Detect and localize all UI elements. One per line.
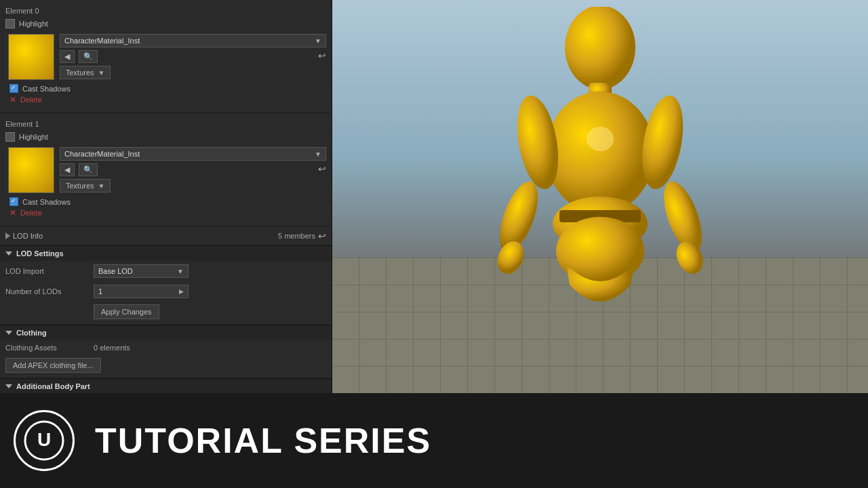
num-lods-input[interactable]: 1 ▶ <box>94 285 189 298</box>
element-1-highlight-row: Highlight <box>0 131 332 143</box>
element-0-delete-row: ✕ Delete <box>9 95 326 104</box>
element-1-material-actions: ◀ 🔍 ↩ <box>60 163 326 176</box>
element-1-delete-icon: ✕ <box>9 208 16 218</box>
element-0-material-right: CharacterMaterial_Inst ▼ ◀ 🔍 ↩ Textures … <box>60 34 326 79</box>
num-lods-row: Number of LODs 1 ▶ <box>0 281 332 302</box>
element-0-delete-icon: ✕ <box>9 95 16 104</box>
element-1-header: Element 1 <box>0 117 332 131</box>
element-0-highlight-text: Highlight <box>19 20 48 28</box>
element-1-material-thumb <box>8 147 54 193</box>
banner-title: TUTORIAL SERIES <box>95 420 431 461</box>
lod-import-arrow-icon: ▼ <box>177 268 184 275</box>
svg-point-9 <box>671 237 708 279</box>
character-figure <box>471 7 729 359</box>
element-1-textures-btn[interactable]: Textures ▼ <box>60 179 111 192</box>
additional-body-header[interactable]: Additional Body Part <box>0 378 332 393</box>
element-1-material-block: CharacterMaterial_Inst ▼ ◀ 🔍 ↩ Textures … <box>0 143 332 222</box>
element-1-delete-label[interactable]: Delete <box>20 209 42 217</box>
element-0-material-actions: ◀ 🔍 ↩ <box>60 50 326 63</box>
lod-info-value: 5 members ↩ <box>278 230 326 241</box>
element-0-header: Element 0 <box>0 4 332 18</box>
clothing-assets-label: Clothing Assets <box>5 344 94 352</box>
banner-logo: U <box>14 410 75 471</box>
element-1-back-btn[interactable]: ◀ <box>60 163 75 176</box>
lod-import-row: LOD Import Base LOD ▼ <box>0 261 332 281</box>
element-0-search-btn[interactable]: 🔍 <box>79 50 98 63</box>
lod-info-row[interactable]: LOD Info 5 members ↩ <box>0 226 332 245</box>
lod-info-expand-icon <box>5 232 10 239</box>
element-0-reset-icon[interactable]: ↩ <box>318 50 326 63</box>
lod-settings-expand-icon <box>5 251 12 256</box>
element-0-highlight-row: Highlight <box>0 18 332 30</box>
element-0-material-block: CharacterMaterial_Inst ▼ ◀ 🔍 ↩ Textures … <box>0 30 332 108</box>
element-1-material-top: CharacterMaterial_Inst ▼ ◀ 🔍 ↩ Textures … <box>8 147 326 193</box>
num-lods-stepper-icon: ▶ <box>179 288 184 295</box>
element-1-cast-shadows-checkbox[interactable] <box>9 197 18 206</box>
element-0-back-btn[interactable]: ◀ <box>60 50 75 63</box>
lod-import-select[interactable]: Base LOD ▼ <box>94 264 189 278</box>
element-0-material-thumb <box>8 34 54 80</box>
clothing-assets-row: Clothing Assets 0 elements <box>0 340 332 355</box>
element-0-textures-arrow-icon: ▼ <box>98 69 105 77</box>
element-1-label: Element 1 <box>5 120 39 128</box>
element-1-material-right: CharacterMaterial_Inst ▼ ◀ 🔍 ↩ Textures … <box>60 147 326 192</box>
lod-settings-header[interactable]: LOD Settings <box>0 245 332 261</box>
element-0-label: Element 0 <box>5 7 39 15</box>
clothing-expand-icon <box>5 331 12 335</box>
lod-import-label: LOD Import <box>5 267 94 275</box>
svg-point-8 <box>492 237 529 279</box>
element-0-cast-shadows-row: Cast Shadows <box>9 84 326 93</box>
num-lods-label: Number of LODs <box>5 287 94 296</box>
element-0-material-opts: Cast Shadows ✕ Delete <box>8 84 326 104</box>
svg-point-0 <box>565 7 635 89</box>
element-0-section: Element 0 Highlight CharacterMaterial_In… <box>0 0 332 113</box>
element-0-dropdown-arrow-icon: ▼ <box>315 37 321 45</box>
element-1-dropdown-arrow-icon: ▼ <box>315 150 321 158</box>
lod-info-label: LOD Info <box>5 232 43 240</box>
element-0-material-dropdown[interactable]: CharacterMaterial_Inst ▼ <box>60 34 326 47</box>
element-0-material-top: CharacterMaterial_Inst ▼ ◀ 🔍 ↩ Textures … <box>8 34 326 80</box>
element-0-textures-btn[interactable]: Textures ▼ <box>60 66 111 79</box>
element-1-textures-arrow-icon: ▼ <box>98 182 105 190</box>
element-1-material-opts: Cast Shadows ✕ Delete <box>8 197 326 218</box>
svg-point-2 <box>546 92 654 214</box>
left-panel: Element 0 Highlight CharacterMaterial_In… <box>0 0 332 393</box>
add-apex-btn[interactable]: Add APEX clothing file... <box>5 358 101 373</box>
viewport-scene <box>332 0 868 393</box>
additional-body-expand-icon <box>5 384 12 388</box>
svg-text:U: U <box>37 429 51 450</box>
unreal-logo-icon: U <box>24 420 64 461</box>
element-0-cast-shadows-checkbox[interactable] <box>9 84 18 93</box>
element-1-cast-shadows-row: Cast Shadows <box>9 197 326 206</box>
element-1-material-dropdown[interactable]: CharacterMaterial_Inst ▼ <box>60 147 326 161</box>
element-0-delete-label[interactable]: Delete <box>20 96 42 104</box>
element-1-reset-icon[interactable]: ↩ <box>318 163 326 176</box>
element-1-highlight-text: Highlight <box>19 133 48 141</box>
clothing-header[interactable]: Clothing <box>0 325 332 340</box>
element-0-cast-shadows-label: Cast Shadows <box>22 85 71 93</box>
bottom-banner: U TUTORIAL SERIES <box>0 393 868 488</box>
apply-changes-btn[interactable]: Apply Changes <box>94 304 159 319</box>
element-1-delete-row: ✕ Delete <box>9 208 326 218</box>
element-1-search-btn[interactable]: 🔍 <box>79 163 98 176</box>
clothing-assets-value: 0 elements <box>94 344 130 352</box>
element-1-section: Element 1 Highlight CharacterMaterial_In… <box>0 113 332 226</box>
element-1-cast-shadows-label: Cast Shadows <box>22 198 71 206</box>
viewport <box>332 0 868 393</box>
element-0-highlight-checkbox[interactable] <box>5 19 15 28</box>
element-1-highlight-checkbox[interactable] <box>5 132 15 142</box>
lod-info-reset-icon[interactable]: ↩ <box>318 230 326 241</box>
svg-point-3 <box>587 127 614 151</box>
